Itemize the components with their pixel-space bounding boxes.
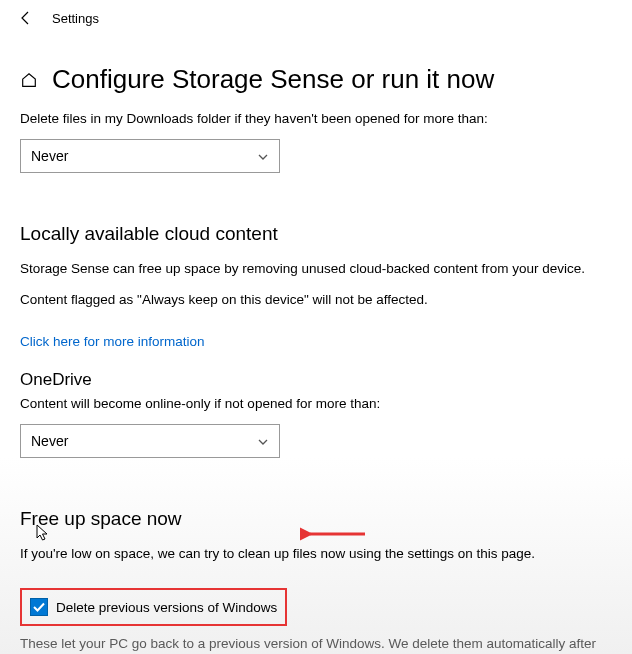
downloads-period-dropdown[interactable]: Never (20, 139, 280, 173)
cloud-info-link[interactable]: Click here for more information (20, 334, 205, 349)
header-title: Settings (52, 11, 99, 26)
delete-previous-versions-label: Delete previous versions of Windows (56, 600, 277, 615)
downloads-selected-value: Never (31, 148, 68, 164)
onedrive-selected-value: Never (31, 433, 68, 449)
freeup-heading: Free up space now (20, 508, 612, 530)
cloud-desc-1: Storage Sense can free up space by remov… (20, 259, 612, 279)
onedrive-heading: OneDrive (20, 370, 612, 390)
cloud-desc-2: Content flagged as "Always keep on this … (20, 290, 612, 310)
downloads-description: Delete files in my Downloads folder if t… (20, 109, 612, 129)
delete-previous-versions-checkbox[interactable] (30, 598, 48, 616)
chevron-down-icon (257, 435, 269, 447)
back-arrow-icon[interactable] (18, 10, 34, 26)
page-title: Configure Storage Sense or run it now (52, 64, 494, 95)
annotation-highlight-box: Delete previous versions of Windows (20, 588, 287, 626)
cloud-content-heading: Locally available cloud content (20, 223, 612, 245)
onedrive-period-dropdown[interactable]: Never (20, 424, 280, 458)
chevron-down-icon (257, 150, 269, 162)
freeup-description: If you're low on space, we can try to cl… (20, 544, 612, 564)
onedrive-description: Content will become online-only if not o… (20, 394, 612, 414)
home-icon[interactable] (20, 71, 38, 89)
freeup-note: These let your PC go back to a previous … (20, 634, 612, 654)
